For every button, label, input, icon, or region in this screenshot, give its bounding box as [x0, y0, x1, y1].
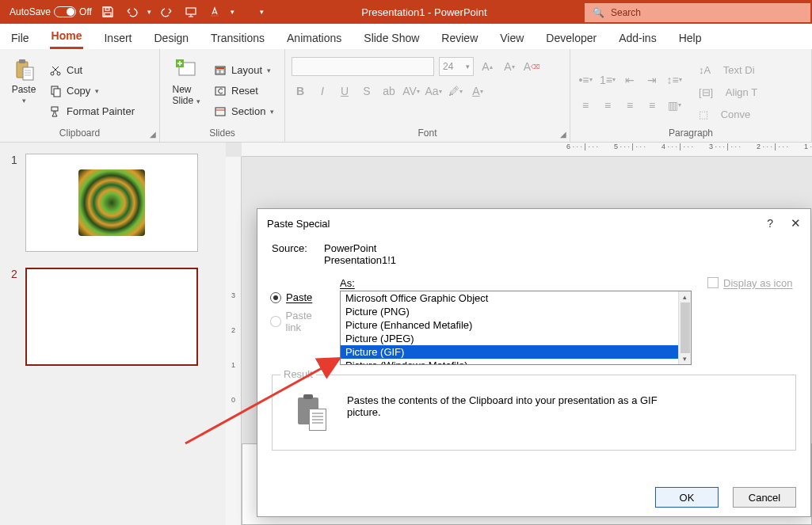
- format-option[interactable]: Microsoft Office Graphic Object: [341, 291, 691, 305]
- tab-developer[interactable]: Developer: [544, 27, 598, 49]
- close-icon[interactable]: ✕: [791, 216, 801, 230]
- as-label: As:: [340, 277, 355, 289]
- layout-button[interactable]: Layout▾: [211, 61, 277, 80]
- slideshow-icon[interactable]: [183, 4, 199, 20]
- slide-thumbnail[interactable]: [25, 154, 198, 252]
- result-box: Result Pastes the contents of the Clipbo…: [272, 375, 796, 451]
- paste-result-icon: [298, 398, 326, 431]
- paste-radio[interactable]: Paste: [270, 291, 329, 303]
- format-option[interactable]: Picture (Windows Metafile): [341, 359, 691, 365]
- chevron-up-icon[interactable]: ▴: [683, 293, 687, 301]
- line-spacing-icon[interactable]: ↕≡▾: [665, 71, 683, 89]
- display-as-icon-checkbox: Display as icon: [707, 277, 792, 365]
- decrease-indent-icon[interactable]: ⇤: [621, 71, 639, 89]
- justify-icon[interactable]: ≡: [643, 97, 661, 114]
- cancel-button[interactable]: Cancel: [733, 487, 796, 508]
- format-option[interactable]: Picture (JPEG): [341, 332, 691, 345]
- font-color-qat-icon[interactable]: [207, 4, 223, 20]
- tab-animations[interactable]: Animations: [285, 27, 343, 49]
- autosave-toggle[interactable]: AutoSave Off: [10, 6, 92, 17]
- tab-home[interactable]: Home: [50, 25, 84, 49]
- copy-button[interactable]: Copy ▾: [46, 82, 138, 101]
- tab-view[interactable]: View: [498, 27, 525, 49]
- result-legend: Result: [280, 368, 316, 380]
- decrease-font-icon[interactable]: A▾: [501, 58, 518, 75]
- align-text-button[interactable]: [⊟] Align T: [696, 83, 761, 102]
- strikethrough-icon[interactable]: S: [358, 82, 376, 100]
- format-option[interactable]: Picture (GIF): [341, 345, 691, 359]
- increase-indent-icon[interactable]: ⇥: [643, 71, 661, 89]
- convert-smartart-button[interactable]: ⬚ Conve: [696, 105, 761, 124]
- highlight-color-icon[interactable]: 🖉▾: [447, 82, 464, 100]
- paste-link-radio: Paste link: [270, 310, 329, 333]
- caret-down-icon[interactable]: ▾: [231, 8, 234, 16]
- format-option[interactable]: Picture (Enhanced Metafile): [341, 318, 691, 332]
- reset-icon: [214, 85, 227, 97]
- tab-insert[interactable]: Insert: [102, 27, 133, 49]
- caret-down-icon: ▾: [95, 87, 99, 95]
- format-option[interactable]: Picture (PNG): [341, 305, 691, 318]
- tab-transitions[interactable]: Transitions: [209, 27, 266, 49]
- tab-design[interactable]: Design: [152, 27, 190, 49]
- thumbnail-pane[interactable]: 12: [0, 143, 226, 525]
- svg-rect-19: [215, 108, 225, 116]
- tab-add-ins[interactable]: Add-ins: [617, 27, 658, 49]
- new-slide-button[interactable]: NewSlide ▾: [166, 54, 206, 127]
- vertical-ruler: 3210: [226, 157, 242, 525]
- tab-slide-show[interactable]: Slide Show: [362, 27, 421, 49]
- dialog-launcher-icon[interactable]: ◢: [150, 130, 156, 139]
- svg-rect-6: [23, 67, 33, 80]
- text-direction-button[interactable]: ↕A Text Di: [696, 61, 761, 80]
- underline-icon[interactable]: U: [336, 82, 353, 100]
- paste-label: Paste: [12, 84, 36, 95]
- redo-icon[interactable]: [159, 4, 175, 20]
- group-label: Clipboard: [6, 127, 153, 140]
- scrollbar[interactable]: ▴ ▾: [678, 291, 691, 364]
- caret-down-icon[interactable]: ▾: [147, 8, 151, 16]
- shadow-icon[interactable]: ab: [380, 82, 398, 100]
- window-title: Presentation1 - PowerPoint: [264, 6, 585, 18]
- section-button[interactable]: Section▾: [211, 102, 277, 121]
- ok-button[interactable]: OK: [655, 487, 719, 508]
- group-slides: NewSlide ▾ Layout▾ Reset Section▾ Slides: [160, 49, 285, 142]
- character-spacing-icon[interactable]: AV▾: [402, 82, 420, 100]
- title-bar: AutoSave Off ▾ ▾ ▾ Presentation1 - Power…: [0, 0, 812, 24]
- align-right-icon[interactable]: ≡: [621, 97, 639, 114]
- tab-file[interactable]: File: [10, 27, 31, 49]
- search-box[interactable]: 🔍 Search: [585, 3, 810, 22]
- dialog-titlebar: Paste Special ? ✕: [257, 209, 810, 238]
- svg-rect-0: [105, 13, 111, 16]
- svg-rect-15: [216, 67, 224, 69]
- columns-icon[interactable]: ▥▾: [665, 97, 683, 114]
- bold-icon[interactable]: B: [292, 82, 309, 100]
- font-color-icon[interactable]: A▾: [469, 82, 486, 100]
- slide-thumbnail[interactable]: [25, 268, 198, 366]
- format-listbox[interactable]: Microsoft Office Graphic ObjectPicture (…: [340, 291, 692, 365]
- dialog-launcher-icon[interactable]: ◢: [560, 130, 566, 139]
- font-size-combo[interactable]: 24▾: [439, 57, 474, 76]
- reset-button[interactable]: Reset: [211, 82, 277, 101]
- increase-font-icon[interactable]: A▴: [478, 58, 496, 75]
- source-doc: Presentation1!1: [324, 254, 396, 266]
- font-family-combo[interactable]: [292, 57, 434, 76]
- help-button[interactable]: ?: [767, 217, 773, 230]
- svg-point-8: [57, 72, 60, 75]
- search-placeholder: Search: [611, 7, 641, 18]
- align-center-icon[interactable]: ≡: [599, 97, 616, 114]
- tab-help[interactable]: Help: [677, 27, 703, 49]
- source-app: PowerPoint: [324, 242, 396, 254]
- undo-icon[interactable]: [124, 4, 139, 20]
- italic-icon[interactable]: I: [314, 82, 331, 100]
- save-icon[interactable]: [100, 4, 116, 20]
- cut-button[interactable]: Cut: [46, 61, 138, 80]
- align-left-icon[interactable]: ≡: [577, 97, 594, 114]
- format-painter-button[interactable]: Format Painter: [46, 102, 138, 121]
- bullets-icon[interactable]: •≡▾: [577, 71, 594, 89]
- clear-formatting-icon[interactable]: A⌫: [523, 58, 540, 75]
- paste-button[interactable]: Paste ▾: [6, 54, 41, 127]
- change-case-icon[interactable]: Aa▾: [425, 82, 442, 100]
- chevron-down-icon[interactable]: ▾: [683, 355, 687, 363]
- group-font: 24▾ A▴ A▾ A⌫ B I U S ab AV▾ Aa▾ 🖉▾ A▾ Fo…: [285, 49, 570, 142]
- numbering-icon[interactable]: 1≡▾: [599, 71, 616, 89]
- tab-review[interactable]: Review: [440, 27, 479, 49]
